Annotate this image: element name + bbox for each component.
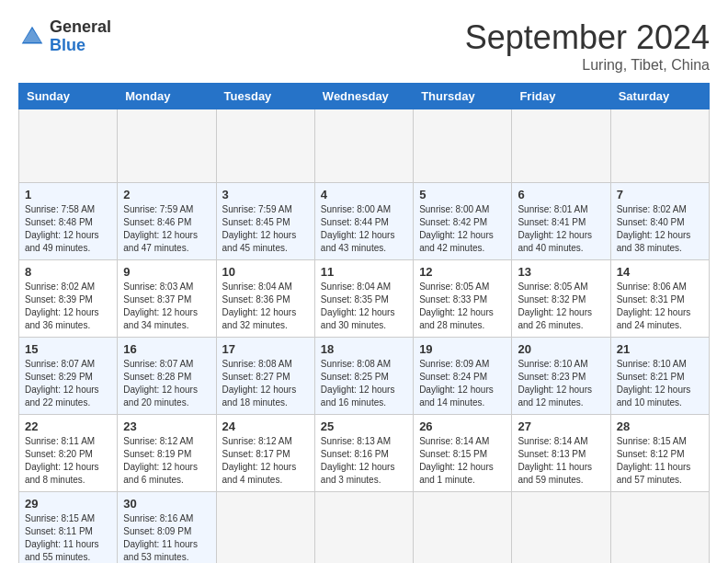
day-info: Sunrise: 8:00 AMSunset: 8:44 PMDaylight:… <box>321 203 407 255</box>
day-info: Sunrise: 8:16 AMSunset: 8:09 PMDaylight:… <box>123 512 210 563</box>
day-number: 18 <box>321 342 407 356</box>
day-info: Sunrise: 8:14 AMSunset: 8:13 PMDaylight:… <box>518 435 604 487</box>
header-saturday: Saturday <box>610 84 709 109</box>
calendar-cell-8: 2Sunrise: 7:59 AMSunset: 8:46 PMDaylight… <box>118 183 216 260</box>
day-number: 17 <box>222 342 309 356</box>
header-monday: Monday <box>118 84 216 109</box>
calendar-cell-0 <box>19 109 118 183</box>
day-number: 29 <box>25 497 111 511</box>
calendar-row-2: 8Sunrise: 8:02 AMSunset: 8:39 PMDaylight… <box>19 260 710 338</box>
calendar-row-0 <box>19 109 710 183</box>
svg-marker-1 <box>23 29 41 42</box>
calendar-row-3: 15Sunrise: 8:07 AMSunset: 8:29 PMDayligh… <box>19 338 710 415</box>
day-number: 1 <box>25 188 111 201</box>
day-info: Sunrise: 8:12 AMSunset: 8:17 PMDaylight:… <box>222 435 309 487</box>
calendar-cell-17: 11Sunrise: 8:04 AMSunset: 8:35 PMDayligh… <box>314 260 413 338</box>
calendar-cell-9: 3Sunrise: 7:59 AMSunset: 8:45 PMDaylight… <box>216 183 314 260</box>
calendar-cell-31: 25Sunrise: 8:13 AMSunset: 8:16 PMDayligh… <box>314 415 413 492</box>
calendar-cell-19: 13Sunrise: 8:05 AMSunset: 8:32 PMDayligh… <box>512 260 610 338</box>
day-info: Sunrise: 8:10 AMSunset: 8:23 PMDaylight:… <box>518 358 604 409</box>
day-number: 27 <box>518 419 604 433</box>
day-number: 16 <box>123 342 210 356</box>
title-block: September 2024 Luring, Tibet, China <box>465 18 710 74</box>
calendar-cell-36: 30Sunrise: 8:16 AMSunset: 8:09 PMDayligh… <box>118 492 216 564</box>
day-number: 13 <box>518 265 604 279</box>
header-tuesday: Tuesday <box>216 84 314 109</box>
day-number: 6 <box>518 188 604 201</box>
day-number: 20 <box>518 342 604 356</box>
day-info: Sunrise: 8:06 AMSunset: 8:31 PMDaylight:… <box>617 281 703 332</box>
day-number: 14 <box>617 265 703 279</box>
day-number: 12 <box>419 265 506 279</box>
calendar-cell-5 <box>512 109 610 183</box>
calendar-cell-6 <box>610 109 709 183</box>
day-info: Sunrise: 8:02 AMSunset: 8:40 PMDaylight:… <box>617 203 703 255</box>
calendar-cell-39 <box>414 492 512 564</box>
day-number: 8 <box>25 265 111 279</box>
day-number: 7 <box>617 188 703 201</box>
day-number: 28 <box>617 419 703 433</box>
month-title: September 2024 <box>465 18 710 57</box>
calendar: Sunday Monday Tuesday Wednesday Thursday… <box>18 83 710 563</box>
calendar-cell-29: 23Sunrise: 8:12 AMSunset: 8:19 PMDayligh… <box>118 415 216 492</box>
day-info: Sunrise: 7:58 AMSunset: 8:48 PMDaylight:… <box>25 203 111 255</box>
calendar-cell-32: 26Sunrise: 8:14 AMSunset: 8:15 PMDayligh… <box>414 415 512 492</box>
calendar-cell-25: 19Sunrise: 8:09 AMSunset: 8:24 PMDayligh… <box>414 338 512 415</box>
day-number: 19 <box>419 342 506 356</box>
calendar-cell-38 <box>314 492 413 564</box>
calendar-cell-33: 27Sunrise: 8:14 AMSunset: 8:13 PMDayligh… <box>512 415 610 492</box>
day-info: Sunrise: 7:59 AMSunset: 8:45 PMDaylight:… <box>222 203 309 255</box>
calendar-cell-37 <box>216 492 314 564</box>
header-thursday: Thursday <box>414 84 512 109</box>
day-info: Sunrise: 8:07 AMSunset: 8:29 PMDaylight:… <box>25 358 111 409</box>
day-info: Sunrise: 8:05 AMSunset: 8:32 PMDaylight:… <box>518 281 604 332</box>
day-info: Sunrise: 7:59 AMSunset: 8:46 PMDaylight:… <box>123 203 210 255</box>
calendar-cell-30: 24Sunrise: 8:12 AMSunset: 8:17 PMDayligh… <box>216 415 314 492</box>
day-info: Sunrise: 8:07 AMSunset: 8:28 PMDaylight:… <box>123 358 210 409</box>
day-number: 25 <box>321 419 407 433</box>
header-friday: Friday <box>512 84 610 109</box>
calendar-cell-7: 1Sunrise: 7:58 AMSunset: 8:48 PMDaylight… <box>19 183 118 260</box>
logo-text: General Blue <box>50 18 111 55</box>
header-wednesday: Wednesday <box>314 84 413 109</box>
day-info: Sunrise: 8:10 AMSunset: 8:21 PMDaylight:… <box>617 358 703 409</box>
calendar-cell-1 <box>118 109 216 183</box>
day-number: 15 <box>25 342 111 356</box>
day-info: Sunrise: 8:11 AMSunset: 8:20 PMDaylight:… <box>25 435 111 487</box>
day-info: Sunrise: 8:15 AMSunset: 8:12 PMDaylight:… <box>617 435 703 487</box>
calendar-cell-35: 29Sunrise: 8:15 AMSunset: 8:11 PMDayligh… <box>19 492 118 564</box>
day-number: 3 <box>222 188 309 201</box>
logo-general: General <box>50 18 111 37</box>
day-number: 11 <box>321 265 407 279</box>
day-number: 10 <box>222 265 309 279</box>
calendar-cell-13: 7Sunrise: 8:02 AMSunset: 8:40 PMDaylight… <box>610 183 709 260</box>
location: Luring, Tibet, China <box>465 57 710 74</box>
calendar-cell-26: 20Sunrise: 8:10 AMSunset: 8:23 PMDayligh… <box>512 338 610 415</box>
calendar-cell-28: 22Sunrise: 8:11 AMSunset: 8:20 PMDayligh… <box>19 415 118 492</box>
logo-blue: Blue <box>50 37 111 55</box>
day-info: Sunrise: 8:08 AMSunset: 8:27 PMDaylight:… <box>222 358 309 409</box>
day-number: 4 <box>321 188 407 201</box>
calendar-cell-23: 17Sunrise: 8:08 AMSunset: 8:27 PMDayligh… <box>216 338 314 415</box>
calendar-row-4: 22Sunrise: 8:11 AMSunset: 8:20 PMDayligh… <box>19 415 710 492</box>
calendar-cell-40 <box>512 492 610 564</box>
day-info: Sunrise: 8:14 AMSunset: 8:15 PMDaylight:… <box>419 435 506 487</box>
day-info: Sunrise: 8:04 AMSunset: 8:35 PMDaylight:… <box>321 281 407 332</box>
calendar-cell-21: 15Sunrise: 8:07 AMSunset: 8:29 PMDayligh… <box>19 338 118 415</box>
calendar-cell-11: 5Sunrise: 8:00 AMSunset: 8:42 PMDaylight… <box>414 183 512 260</box>
day-number: 26 <box>419 419 506 433</box>
calendar-cell-10: 4Sunrise: 8:00 AMSunset: 8:44 PMDaylight… <box>314 183 413 260</box>
day-info: Sunrise: 8:03 AMSunset: 8:37 PMDaylight:… <box>123 281 210 332</box>
day-info: Sunrise: 8:08 AMSunset: 8:25 PMDaylight:… <box>321 358 407 409</box>
calendar-cell-16: 10Sunrise: 8:04 AMSunset: 8:36 PMDayligh… <box>216 260 314 338</box>
calendar-cell-24: 18Sunrise: 8:08 AMSunset: 8:25 PMDayligh… <box>314 338 413 415</box>
day-info: Sunrise: 8:12 AMSunset: 8:19 PMDaylight:… <box>123 435 210 487</box>
calendar-cell-34: 28Sunrise: 8:15 AMSunset: 8:12 PMDayligh… <box>610 415 709 492</box>
calendar-cell-27: 21Sunrise: 8:10 AMSunset: 8:21 PMDayligh… <box>610 338 709 415</box>
calendar-row-1: 1Sunrise: 7:58 AMSunset: 8:48 PMDaylight… <box>19 183 710 260</box>
day-info: Sunrise: 8:02 AMSunset: 8:39 PMDaylight:… <box>25 281 111 332</box>
days-header-row: Sunday Monday Tuesday Wednesday Thursday… <box>19 84 710 109</box>
calendar-cell-41 <box>610 492 709 564</box>
day-number: 30 <box>123 497 210 511</box>
day-number: 9 <box>123 265 210 279</box>
